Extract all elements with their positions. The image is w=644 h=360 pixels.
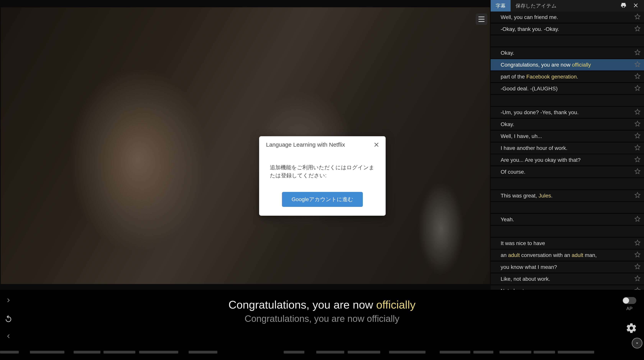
autopause-toggle[interactable]: AP	[622, 297, 636, 311]
subtitle-row[interactable]: Well, I have, uh...	[491, 130, 644, 142]
tab-subtitles[interactable]: 字幕	[491, 0, 510, 12]
caption-secondary: Congratulations, you are now officially	[0, 313, 644, 324]
subtitle-row[interactable]	[491, 178, 644, 190]
modal-close-button[interactable]	[373, 141, 380, 148]
subtitle-timeline[interactable]	[0, 351, 644, 353]
star-icon[interactable]	[634, 168, 640, 175]
tab-saved[interactable]: 保存したアイテム	[510, 0, 562, 12]
subtitle-row[interactable]: Congratulations, you are now officially	[491, 59, 644, 71]
timeline-segment[interactable]	[440, 351, 470, 353]
expand-button[interactable]	[632, 338, 642, 348]
toggle-track	[622, 297, 636, 304]
star-icon[interactable]	[634, 144, 640, 152]
subtitle-row[interactable]: Are you... Are you okay with that?	[491, 154, 644, 166]
timeline-segment[interactable]	[74, 351, 100, 353]
subtitle-text: part of the Facebook generation.	[501, 74, 634, 80]
subtitle-text: Not about...	[501, 288, 634, 290]
sidebar-tabs: 字幕 保存したアイテム	[491, 0, 644, 12]
subtitle-text: an adult conversation with an adult man,	[501, 252, 634, 258]
video-area	[0, 0, 491, 290]
subtitle-row[interactable]: I have another hour of work.	[491, 142, 644, 154]
caption-primary: Congratulations, you are now officially	[0, 298, 644, 311]
subtitle-text: Well, I have, uh...	[501, 133, 634, 139]
subtitle-row[interactable]: Not about...	[491, 285, 644, 290]
subtitle-text: Congratulations, you are now officially	[501, 62, 634, 68]
timeline-segment[interactable]	[558, 351, 594, 353]
timeline-segment[interactable]	[284, 351, 304, 353]
star-icon[interactable]	[634, 14, 640, 21]
login-modal: Language Learning with Netflix 追加機能をご利用い…	[259, 136, 386, 216]
subtitle-text: I have another hour of work.	[501, 145, 634, 151]
subtitle-row[interactable]	[491, 95, 644, 107]
timeline-segment[interactable]	[139, 351, 178, 353]
modal-body: 追加機能をご利用いただくにはログインまたは登録してください:	[259, 152, 386, 187]
star-icon[interactable]	[634, 49, 640, 57]
timeline-segment[interactable]	[348, 351, 380, 353]
star-icon[interactable]	[634, 132, 640, 140]
timeline-segment[interactable]	[0, 351, 19, 353]
timeline-segment[interactable]	[534, 351, 555, 353]
next-subtitle-button[interactable]	[4, 332, 12, 340]
modal-header: Language Learning with Netflix	[259, 136, 386, 152]
star-icon[interactable]	[634, 240, 640, 247]
star-icon[interactable]	[634, 85, 640, 92]
video-still	[1, 7, 490, 284]
subtitle-text: Are you... Are you okay with that?	[501, 157, 634, 163]
star-icon[interactable]	[634, 61, 640, 69]
star-icon[interactable]	[634, 216, 640, 223]
subtitle-text: Of course.	[501, 169, 634, 175]
star-icon[interactable]	[634, 287, 640, 290]
subtitle-row[interactable]: This was great, Jules.	[491, 190, 644, 202]
star-icon[interactable]	[634, 73, 640, 80]
star-icon[interactable]	[634, 263, 640, 271]
close-icon[interactable]	[632, 2, 639, 10]
subtitle-text: It was nice to have	[501, 240, 634, 246]
subtitle-text: Like, not about work.	[501, 276, 634, 282]
subtitle-row[interactable]	[491, 202, 644, 214]
timeline-segment[interactable]	[188, 351, 217, 353]
toggle-thumb	[623, 297, 629, 304]
subtitle-list[interactable]: Well, you can friend me.-Okay, thank you…	[491, 12, 644, 290]
timeline-segment[interactable]	[30, 351, 64, 353]
subtitle-row[interactable]: Okay.	[491, 47, 644, 59]
timeline-segment[interactable]	[474, 351, 493, 353]
autopause-label: AP	[626, 306, 632, 311]
subtitle-row[interactable]: you know what I mean?	[491, 261, 644, 273]
subtitle-row[interactable]: -Um, you done? -Yes, thank you.	[491, 107, 644, 119]
timeline-segment[interactable]	[104, 351, 135, 353]
timeline-segment[interactable]	[316, 351, 344, 353]
subtitle-row[interactable]	[491, 35, 644, 47]
menu-button[interactable]	[476, 14, 487, 25]
modal-title: Language Learning with Netflix	[266, 141, 345, 148]
star-icon[interactable]	[634, 275, 640, 283]
star-icon[interactable]	[634, 120, 640, 128]
settings-button[interactable]	[626, 322, 637, 334]
subtitle-row[interactable]: Okay.	[491, 119, 644, 130]
subtitle-row[interactable]: part of the Facebook generation.	[491, 71, 644, 83]
subtitle-row[interactable]: Like, not about work.	[491, 273, 644, 285]
subtitle-text: Okay.	[501, 50, 634, 56]
subtitle-row[interactable]: Yeah.	[491, 214, 644, 226]
timeline-segment[interactable]	[500, 351, 531, 353]
star-icon[interactable]	[634, 25, 640, 33]
subtitle-text: you know what I mean?	[501, 264, 634, 270]
subtitle-row[interactable]: -Good deal. -(LAUGHS)	[491, 83, 644, 95]
subtitle-row[interactable]: -Okay, thank you. -Okay.	[491, 24, 644, 35]
caption-text-area: Congratulations, you are now officially …	[0, 298, 644, 324]
subtitle-row[interactable]: an adult conversation with an adult man,	[491, 249, 644, 261]
subtitle-text: -Good deal. -(LAUGHS)	[501, 86, 634, 92]
google-login-button[interactable]: Googleアカウントに進む	[282, 192, 363, 207]
star-icon[interactable]	[634, 109, 640, 116]
print-icon[interactable]	[620, 2, 627, 10]
star-icon[interactable]	[634, 251, 640, 259]
subtitle-text: Yeah.	[501, 217, 634, 223]
subtitle-row[interactable]: Of course.	[491, 166, 644, 178]
star-icon[interactable]	[634, 156, 640, 164]
star-icon[interactable]	[634, 192, 640, 199]
subtitle-text: Well, you can friend me.	[501, 14, 634, 20]
subtitle-row[interactable]	[491, 226, 644, 238]
subtitle-row[interactable]: Well, you can friend me.	[491, 12, 644, 24]
subtitle-row[interactable]: It was nice to have	[491, 238, 644, 249]
timeline-segment[interactable]	[389, 351, 426, 353]
subtitle-text: -Um, you done? -Yes, thank you.	[501, 109, 634, 115]
